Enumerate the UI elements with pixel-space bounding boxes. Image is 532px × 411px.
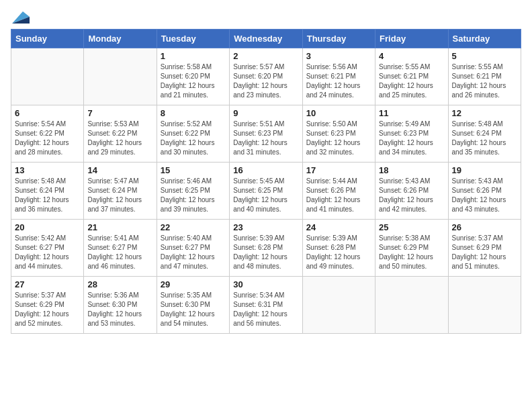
day-number: 23 — [233, 222, 298, 232]
day-number: 30 — [233, 279, 298, 289]
day-info: Sunrise: 5:35 AM Sunset: 6:30 PM Dayligh… — [161, 291, 226, 328]
day-info: Sunrise: 5:36 AM Sunset: 6:30 PM Dayligh… — [87, 291, 152, 328]
day-info: Sunrise: 5:42 AM Sunset: 6:27 PM Dayligh… — [15, 234, 80, 271]
logo-text — [11, 11, 30, 24]
calendar-week-4: 20Sunrise: 5:42 AM Sunset: 6:27 PM Dayli… — [11, 220, 521, 277]
day-number: 24 — [306, 222, 371, 232]
day-number: 12 — [452, 108, 517, 118]
calendar-cell: 1Sunrise: 5:58 AM Sunset: 6:20 PM Daylig… — [157, 48, 229, 105]
day-info: Sunrise: 5:41 AM Sunset: 6:27 PM Dayligh… — [87, 234, 152, 271]
day-info: Sunrise: 5:43 AM Sunset: 6:26 PM Dayligh… — [379, 177, 444, 214]
day-info: Sunrise: 5:39 AM Sunset: 6:28 PM Dayligh… — [233, 234, 298, 271]
calendar-cell: 28Sunrise: 5:36 AM Sunset: 6:30 PM Dayli… — [84, 277, 157, 334]
day-number: 29 — [161, 279, 226, 289]
day-number: 11 — [379, 108, 444, 118]
calendar-cell — [84, 48, 157, 105]
day-number: 7 — [87, 108, 152, 118]
day-number: 21 — [87, 222, 152, 232]
calendar-cell: 19Sunrise: 5:43 AM Sunset: 6:26 PM Dayli… — [448, 163, 521, 220]
calendar-header-monday: Monday — [84, 30, 157, 48]
day-info: Sunrise: 5:58 AM Sunset: 6:20 PM Dayligh… — [161, 62, 226, 100]
calendar-cell: 2Sunrise: 5:57 AM Sunset: 6:20 PM Daylig… — [230, 48, 302, 105]
calendar-cell — [302, 277, 375, 334]
day-number: 4 — [379, 51, 444, 61]
calendar-header-row: SundayMondayTuesdayWednesdayThursdayFrid… — [11, 30, 521, 48]
calendar-header-tuesday: Tuesday — [157, 30, 229, 48]
day-info: Sunrise: 5:50 AM Sunset: 6:23 PM Dayligh… — [306, 120, 371, 157]
day-info: Sunrise: 5:34 AM Sunset: 6:31 PM Dayligh… — [233, 291, 298, 328]
calendar-cell — [375, 277, 448, 334]
day-info: Sunrise: 5:46 AM Sunset: 6:25 PM Dayligh… — [161, 177, 226, 214]
calendar-cell: 26Sunrise: 5:37 AM Sunset: 6:29 PM Dayli… — [448, 220, 521, 277]
calendar-cell: 25Sunrise: 5:38 AM Sunset: 6:29 PM Dayli… — [375, 220, 448, 277]
day-info: Sunrise: 5:52 AM Sunset: 6:22 PM Dayligh… — [161, 120, 226, 157]
page-header — [11, 11, 521, 24]
day-number: 6 — [15, 108, 80, 118]
calendar-cell: 22Sunrise: 5:40 AM Sunset: 6:27 PM Dayli… — [157, 220, 229, 277]
logo — [11, 11, 30, 24]
day-info: Sunrise: 5:47 AM Sunset: 6:24 PM Dayligh… — [87, 177, 152, 214]
calendar-cell: 16Sunrise: 5:45 AM Sunset: 6:25 PM Dayli… — [230, 163, 302, 220]
calendar-cell: 12Sunrise: 5:48 AM Sunset: 6:24 PM Dayli… — [448, 105, 521, 163]
calendar-cell: 30Sunrise: 5:34 AM Sunset: 6:31 PM Dayli… — [230, 277, 302, 334]
calendar-header-friday: Friday — [375, 30, 448, 48]
calendar-cell: 4Sunrise: 5:55 AM Sunset: 6:21 PM Daylig… — [375, 48, 448, 105]
calendar-week-1: 1Sunrise: 5:58 AM Sunset: 6:20 PM Daylig… — [11, 48, 521, 105]
calendar-cell: 14Sunrise: 5:47 AM Sunset: 6:24 PM Dayli… — [84, 163, 157, 220]
calendar-cell: 3Sunrise: 5:56 AM Sunset: 6:21 PM Daylig… — [302, 48, 375, 105]
day-number: 26 — [452, 222, 517, 232]
day-info: Sunrise: 5:56 AM Sunset: 6:21 PM Dayligh… — [306, 62, 371, 100]
calendar-header-sunday: Sunday — [11, 30, 84, 48]
day-number: 18 — [379, 165, 444, 175]
day-number: 9 — [233, 108, 298, 118]
calendar-header-thursday: Thursday — [302, 30, 375, 48]
calendar-cell: 10Sunrise: 5:50 AM Sunset: 6:23 PM Dayli… — [302, 105, 375, 163]
calendar-cell: 8Sunrise: 5:52 AM Sunset: 6:22 PM Daylig… — [157, 105, 229, 163]
day-info: Sunrise: 5:45 AM Sunset: 6:25 PM Dayligh… — [233, 177, 298, 214]
day-number: 16 — [233, 165, 298, 175]
day-number: 20 — [15, 222, 80, 232]
day-number: 2 — [233, 51, 298, 61]
calendar-cell: 21Sunrise: 5:41 AM Sunset: 6:27 PM Dayli… — [84, 220, 157, 277]
day-number: 15 — [161, 165, 226, 175]
calendar-cell: 17Sunrise: 5:44 AM Sunset: 6:26 PM Dayli… — [302, 163, 375, 220]
day-info: Sunrise: 5:51 AM Sunset: 6:23 PM Dayligh… — [233, 120, 298, 157]
calendar-cell: 23Sunrise: 5:39 AM Sunset: 6:28 PM Dayli… — [230, 220, 302, 277]
day-number: 17 — [306, 165, 371, 175]
day-info: Sunrise: 5:43 AM Sunset: 6:26 PM Dayligh… — [452, 177, 517, 214]
day-number: 5 — [452, 51, 517, 61]
calendar-week-2: 6Sunrise: 5:54 AM Sunset: 6:22 PM Daylig… — [11, 105, 521, 163]
day-number: 28 — [87, 279, 152, 289]
calendar-header-saturday: Saturday — [448, 30, 521, 48]
day-info: Sunrise: 5:54 AM Sunset: 6:22 PM Dayligh… — [15, 120, 80, 157]
day-info: Sunrise: 5:49 AM Sunset: 6:23 PM Dayligh… — [379, 120, 444, 157]
logo-icon — [12, 11, 30, 24]
day-info: Sunrise: 5:44 AM Sunset: 6:26 PM Dayligh… — [306, 177, 371, 214]
day-info: Sunrise: 5:53 AM Sunset: 6:22 PM Dayligh… — [87, 120, 152, 157]
day-number: 10 — [306, 108, 371, 118]
day-number: 14 — [87, 165, 152, 175]
day-number: 8 — [161, 108, 226, 118]
day-number: 3 — [306, 51, 371, 61]
calendar-week-5: 27Sunrise: 5:37 AM Sunset: 6:29 PM Dayli… — [11, 277, 521, 334]
calendar-cell: 20Sunrise: 5:42 AM Sunset: 6:27 PM Dayli… — [11, 220, 84, 277]
calendar-cell: 15Sunrise: 5:46 AM Sunset: 6:25 PM Dayli… — [157, 163, 229, 220]
calendar-cell: 13Sunrise: 5:48 AM Sunset: 6:24 PM Dayli… — [11, 163, 84, 220]
calendar-cell: 11Sunrise: 5:49 AM Sunset: 6:23 PM Dayli… — [375, 105, 448, 163]
day-info: Sunrise: 5:48 AM Sunset: 6:24 PM Dayligh… — [452, 120, 517, 157]
day-number: 1 — [161, 51, 226, 61]
calendar-cell: 24Sunrise: 5:39 AM Sunset: 6:28 PM Dayli… — [302, 220, 375, 277]
day-info: Sunrise: 5:57 AM Sunset: 6:20 PM Dayligh… — [233, 62, 298, 100]
calendar-cell: 7Sunrise: 5:53 AM Sunset: 6:22 PM Daylig… — [84, 105, 157, 163]
day-info: Sunrise: 5:37 AM Sunset: 6:29 PM Dayligh… — [452, 234, 517, 271]
day-info: Sunrise: 5:48 AM Sunset: 6:24 PM Dayligh… — [15, 177, 80, 214]
day-info: Sunrise: 5:38 AM Sunset: 6:29 PM Dayligh… — [379, 234, 444, 271]
day-info: Sunrise: 5:40 AM Sunset: 6:27 PM Dayligh… — [161, 234, 226, 271]
day-info: Sunrise: 5:55 AM Sunset: 6:21 PM Dayligh… — [452, 62, 517, 100]
calendar-week-3: 13Sunrise: 5:48 AM Sunset: 6:24 PM Dayli… — [11, 163, 521, 220]
calendar-cell: 5Sunrise: 5:55 AM Sunset: 6:21 PM Daylig… — [448, 48, 521, 105]
calendar-table: SundayMondayTuesdayWednesdayThursdayFrid… — [11, 29, 521, 334]
day-info: Sunrise: 5:37 AM Sunset: 6:29 PM Dayligh… — [15, 291, 80, 328]
calendar-cell: 6Sunrise: 5:54 AM Sunset: 6:22 PM Daylig… — [11, 105, 84, 163]
day-info: Sunrise: 5:39 AM Sunset: 6:28 PM Dayligh… — [306, 234, 371, 271]
